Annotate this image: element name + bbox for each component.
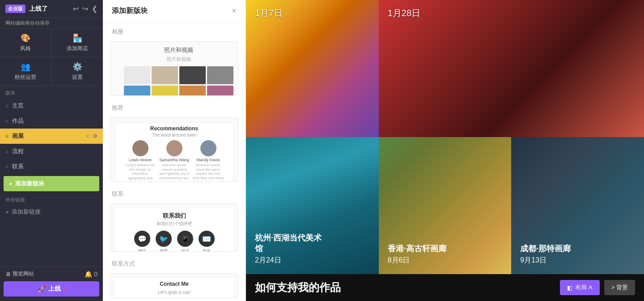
nav-label-contact: 联系 [12,163,24,171]
cell-date-1: 1月7日 [255,7,283,19]
brand-title: 上线了 [29,5,48,13]
section-header-rec: 推荐 [103,99,246,115]
nav-label-gallery: 画展 [12,132,24,140]
preview-button[interactable]: 🖥 预览网站 [5,270,34,278]
add-link-button[interactable]: + 添加新链接 [0,205,103,219]
photo-video-card[interactable]: ➤ 照片和视频 照片和视频 [110,41,238,96]
ext-links-label: 外部链接 [0,193,103,205]
thumb-2 [152,66,178,84]
email-circle: ✉️ [199,231,215,247]
sidebar-bottom: 🖥 预览网站 🔔 0 [0,266,103,281]
bottom-title: 如何支持我的作品 [255,280,341,295]
recommendations-card[interactable]: Recommendations The word around town Lew… [110,117,238,182]
cell-info-4: 香港·高古轩画廊 8月6日 [388,244,446,265]
weibo-wrap: 🐦 微博 [156,231,172,251]
gallery-preview [124,66,233,96]
notification-icon[interactable]: 🔔 0 [85,271,97,278]
nav-label-process: 流程 [12,147,24,155]
section-header-album: 相册 [103,22,246,39]
add-block-button[interactable]: + 添加新版块 [4,176,99,191]
cell-venue-4: 香港·高古轩画廊 [388,244,446,254]
rec-preview: Recommendations The word around town Lew… [115,122,233,182]
drag-icon: ≡ [5,163,8,170]
bottom-tools: ◧ 布局 A > 背景 [560,280,635,295]
avatar-mandy [200,140,216,156]
rec-person-samantha: Samantha Wang Notraver words cannot unwi… [159,140,190,182]
rec-person-lewis: Lewis Moore Cody's passion for the desig… [125,140,156,182]
weibo-label: 微博 [160,248,168,251]
card-title-photo: 照片和视频 [164,46,193,54]
wechat-wrap: 💬 微信 [134,231,150,251]
cell-date-3: 2月24日 [255,256,322,265]
layout-icon: ◧ [567,284,572,291]
avatar-samantha [166,140,182,156]
sidebar-item-works[interactable]: ≡ 作品 [0,113,103,129]
thumb-1 [124,66,150,84]
cell-info-3: 杭州·西湖当代美术馆 2月24日 [255,233,322,265]
plus-icon-link: + [5,209,9,215]
contact-title: 联系我们 [119,212,230,220]
plus-icon: + [9,181,13,187]
collapse-sidebar-button[interactable]: ❮ [92,4,97,13]
sidebar: 企业版 上线了 ↩ ↪ ❮ 网站编辑将自动保存 🎨 风格 🏪 添加商店 👥 粉丝… [0,0,103,301]
bottom-bar: 如何支持我的作品 ◧ 布局 A > 背景 [246,274,644,301]
sections-label: 版块 [0,86,103,98]
wechat-label: 微信 [138,248,146,251]
sidebar-item-process[interactable]: ≡ 流程 [0,144,103,159]
rec-sub: The word around town [118,133,230,138]
phone-wrap: 📱 电话 [177,231,193,251]
fans-tool[interactable]: 👥 粉丝运营 [0,57,51,86]
sidebar-item-contact[interactable]: ≡ 联系 [0,159,103,174]
gallery-cell-4: 香港·高古轩画廊 8月6日 [379,137,512,274]
gear-icon[interactable]: ⚙ [93,133,97,139]
contact-method-sub: Let's grab a cup! [118,290,231,295]
fans-label: 粉丝运营 [15,73,36,81]
section-header-contact-method: 联系方式 [103,254,246,271]
gallery-cell-1: 1月7日 [246,0,379,137]
contact-us-card[interactable]: 联系我们 和我们打个招呼吧 💬 微信 🐦 微博 📱 电话 [110,203,238,251]
shop-label: 添加商店 [67,45,88,52]
contact-method-card[interactable]: Contact Me Let's grab a cup! [110,273,238,298]
thumb-7 [179,86,206,96]
style-tool[interactable]: 🎨 风格 [0,29,51,57]
undo-button[interactable]: ↩ [73,4,79,13]
thumb-4 [207,66,233,84]
close-icon[interactable]: × [86,133,89,139]
warning-icon: ! [64,286,65,292]
modal-close-button[interactable]: × [232,6,237,16]
nav-label-home: 主页 [12,102,24,110]
layout-button[interactable]: ◧ 布局 A [560,280,599,295]
top-tools: 🎨 风格 🏪 添加商店 [0,29,103,57]
settings-tool[interactable]: ⚙️ 设置 [51,57,103,86]
section-header-contact: 联系 [103,185,246,201]
redo-button[interactable]: ↪ [82,4,88,13]
cell-date-4: 8月6日 [388,256,446,265]
name-lewis: Lewis Moore [129,158,152,162]
sidebar-item-gallery[interactable]: ≡ 画展 × ⚙ [0,129,103,144]
sidebar-item-home[interactable]: ≡ 主页 [0,98,103,113]
fans-icon: 👥 [21,62,30,72]
gallery-cell-5: 成都·那特画廊 9月13日 [511,137,644,274]
contact-method-title: Contact Me [118,281,231,287]
modal-title: 添加新版块 [112,6,148,16]
settings-label: 设置 [72,73,83,81]
shop-icon: 🏪 [72,33,82,43]
drag-icon: ≡ [5,133,8,139]
rec-title: Recommendations [118,125,230,132]
bottom-tools: 👥 粉丝运营 ⚙️ 设置 [0,57,103,86]
desc-lewis: Cody's passion for the design of infecti… [125,163,156,182]
rec-people: Lewis Moore Cody's passion for the desig… [118,140,230,182]
nav-label-works: 作品 [12,117,24,125]
background-button[interactable]: > 背景 [604,280,635,295]
contact-sub: 和我们打个招呼吧 [119,221,230,227]
drag-icon: ≡ [5,118,8,124]
sidebar-header: 企业版 上线了 ↩ ↪ ❮ [0,0,103,18]
contact-preview: 联系我们 和我们打个招呼吧 💬 微信 🐦 微博 📱 电话 [115,208,233,251]
rec-person-mandy: Mandy Davis Notraver words have the same… [193,140,224,182]
go-live-button[interactable]: 🚀 上线 ! [4,281,99,297]
add-shop-tool[interactable]: 🏪 添加商店 [51,29,103,57]
thumb-6 [152,86,178,96]
desc-mandy: Notraver words have the same impact my v… [193,163,224,182]
thumb-8 [207,86,233,96]
gallery-cell-2: 1月28日 [379,0,644,137]
